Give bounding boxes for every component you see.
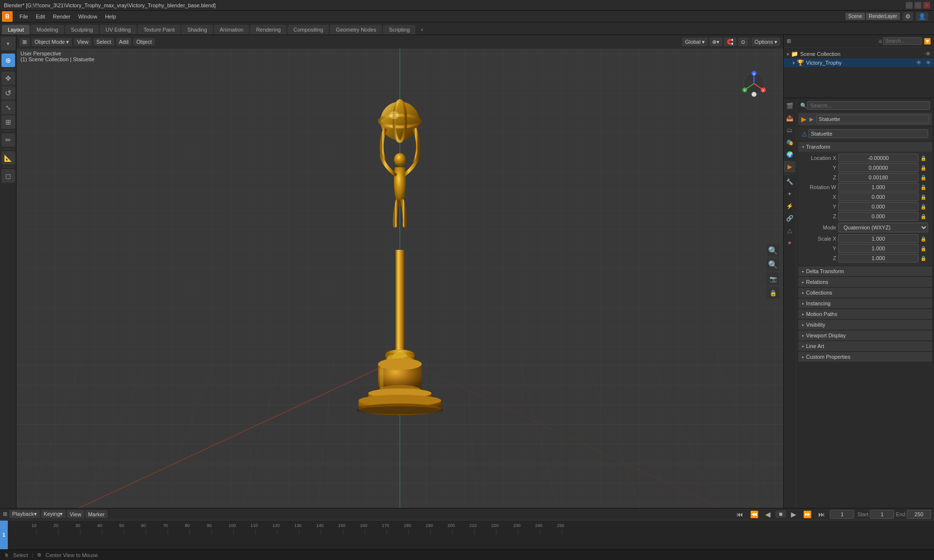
scale-z-lock[interactable]: 🔒 — [920, 256, 928, 261]
location-y-lock[interactable]: 🔒 — [920, 165, 928, 171]
outliner-filter-button[interactable]: ≡ — [879, 38, 882, 45]
rotation-w-field[interactable] — [838, 183, 918, 192]
prop-icon-constraints[interactable]: 🔗 — [784, 212, 795, 224]
transform-section-header[interactable]: ▾ Transform — [798, 142, 932, 152]
menu-render[interactable]: Render — [49, 13, 74, 20]
instancing-header[interactable]: ▸ Instancing — [798, 298, 932, 308]
viewport-gizmo[interactable]: Z X Y — [739, 69, 769, 98]
menu-file[interactable]: File — [16, 13, 32, 20]
outliner-item-scene-collection[interactable]: ▾ 📁 Scene Collection 👁 — [784, 50, 934, 58]
stop-button[interactable]: ⏹ — [775, 510, 786, 518]
object-name-field[interactable] — [816, 115, 929, 123]
prop-icon-material[interactable]: ● — [784, 237, 795, 248]
move-tool[interactable]: ✥ — [1, 71, 15, 85]
renderlayer-selector[interactable]: RenderLayer — [866, 13, 900, 20]
play-reverse[interactable]: ◀ — [763, 509, 772, 519]
lock-view-button[interactable]: 🔒 — [767, 286, 779, 299]
prop-search-input[interactable] — [807, 101, 930, 110]
options-button[interactable]: Options▾ — [752, 37, 780, 46]
tab-modeling[interactable]: Modeling — [31, 25, 64, 35]
timeline-playback[interactable]: Playback▾ — [9, 510, 40, 518]
user-prefs-button[interactable]: 👤 — [916, 12, 928, 21]
snap-button[interactable]: 🧲 — [724, 37, 736, 46]
scene-properties-button[interactable]: ⚙ — [903, 12, 913, 21]
annotate-tool[interactable]: ✏ — [1, 133, 15, 147]
location-z-field[interactable] — [838, 173, 918, 182]
line-art-header[interactable]: ▸ Line Art — [798, 341, 932, 351]
select-menu-button[interactable]: Select — [93, 38, 114, 46]
prop-filter-button[interactable]: 🔍 — [800, 103, 807, 109]
timeline-keying[interactable]: Keying▾ — [41, 510, 66, 518]
outliner-filter-dropdown[interactable]: 🔽 — [924, 38, 931, 45]
location-x-lock[interactable]: 🔒 — [920, 156, 928, 161]
minimize-button[interactable]: ─ — [906, 2, 913, 9]
menu-window[interactable]: Window — [74, 13, 101, 20]
menu-edit[interactable]: Edit — [32, 13, 49, 20]
cursor-tool[interactable]: ⊕ — [1, 53, 15, 67]
visibility-header[interactable]: ▸ Visibility — [798, 320, 932, 330]
scale-tool[interactable]: ⤡ — [1, 101, 15, 114]
zoom-in-button[interactable]: 🔍 — [767, 244, 779, 257]
viewport-display-header[interactable]: ▸ Viewport Display — [798, 331, 932, 340]
menu-help[interactable]: Help — [101, 13, 120, 20]
tab-layout[interactable]: Layout — [2, 25, 30, 35]
collections-header[interactable]: ▸ Collections — [798, 288, 932, 298]
trophy-render-visibility[interactable]: 👁 — [926, 60, 931, 66]
tab-sculpting[interactable]: Sculpting — [65, 25, 99, 35]
step-back[interactable]: ⏪ — [748, 509, 760, 519]
prop-icon-physics[interactable]: ⚡ — [784, 200, 795, 212]
timeline-marker[interactable]: Marker — [85, 510, 108, 518]
mode-dropdown[interactable]: ▼ — [1, 37, 16, 51]
tab-shading[interactable]: Shading — [181, 25, 213, 35]
tab-texture-paint[interactable]: Texture Paint — [138, 25, 180, 35]
camera-button[interactable]: 📷 — [767, 272, 779, 285]
editor-type-button[interactable]: ⊞ — [19, 38, 30, 46]
delta-transform-header[interactable]: ▸ Delta Transform — [798, 266, 932, 276]
add-cube-tool[interactable]: ◻ — [1, 169, 15, 183]
outliner-editor-type[interactable]: ⊞ — [787, 38, 791, 44]
object-mode-button[interactable]: Object Mode▾ — [32, 38, 72, 46]
rotation-x-field[interactable] — [838, 192, 918, 201]
rotate-tool[interactable]: ↺ — [1, 86, 15, 100]
mesh-data-field[interactable] — [808, 129, 928, 138]
location-z-lock[interactable]: 🔒 — [920, 175, 928, 180]
transform-tool[interactable]: ⊞ — [1, 115, 15, 129]
rotation-w-lock[interactable]: 🔒 — [920, 185, 928, 190]
rotation-z-lock[interactable]: 🔒 — [920, 214, 928, 219]
close-button[interactable]: ✕ — [923, 2, 930, 9]
view-menu-button[interactable]: View — [74, 38, 91, 46]
timeline-view[interactable]: View — [67, 510, 84, 518]
tab-geometry-nodes[interactable]: Geometry Nodes — [330, 25, 382, 35]
scale-z-field[interactable] — [838, 254, 918, 262]
tab-rendering[interactable]: Rendering — [250, 25, 287, 35]
scene-selector[interactable]: Scene — [845, 13, 865, 20]
location-x-field[interactable] — [838, 154, 918, 162]
add-workspace-tab[interactable]: + — [416, 25, 427, 35]
play-forward[interactable]: ▶ — [789, 509, 798, 519]
tab-uv-editing[interactable]: UV Editing — [100, 25, 137, 35]
jump-to-end[interactable]: ⏭ — [816, 509, 827, 519]
scale-x-lock[interactable]: 🔒 — [920, 236, 928, 242]
prop-icon-data[interactable]: △ — [784, 225, 795, 236]
prop-icon-output[interactable]: 📤 — [784, 112, 795, 124]
scale-y-field[interactable] — [838, 244, 918, 253]
proportional-edit[interactable]: ⊙ — [738, 37, 748, 46]
tab-scripting[interactable]: Scripting — [383, 25, 415, 35]
trophy-3d-object[interactable] — [337, 85, 463, 425]
measure-tool[interactable]: 📐 — [1, 151, 15, 165]
location-y-field[interactable] — [838, 163, 918, 172]
rotation-y-lock[interactable]: 🔒 — [920, 204, 928, 210]
prop-icon-world[interactable]: 🌍 — [784, 149, 795, 160]
maximize-button[interactable]: □ — [915, 2, 921, 9]
tab-animation[interactable]: Animation — [214, 25, 250, 35]
trophy-eye[interactable]: 👁 — [916, 59, 922, 66]
rotation-x-lock[interactable]: 🔒 — [920, 194, 928, 200]
zoom-out-button[interactable]: 🔍 — [767, 258, 779, 271]
viewport-shading-global[interactable]: Global▾ — [682, 37, 708, 46]
timeline-editor-type[interactable]: ⊞ — [3, 511, 7, 517]
viewport[interactable]: ⊞ Object Mode▾ View Select Add Object Gl… — [17, 35, 783, 508]
prop-icon-view-layer[interactable]: 🗂 — [784, 124, 795, 136]
transform-space[interactable]: ⊕▾ — [709, 37, 722, 46]
scale-y-lock[interactable]: 🔒 — [920, 246, 928, 251]
rotation-y-field[interactable] — [838, 202, 918, 211]
